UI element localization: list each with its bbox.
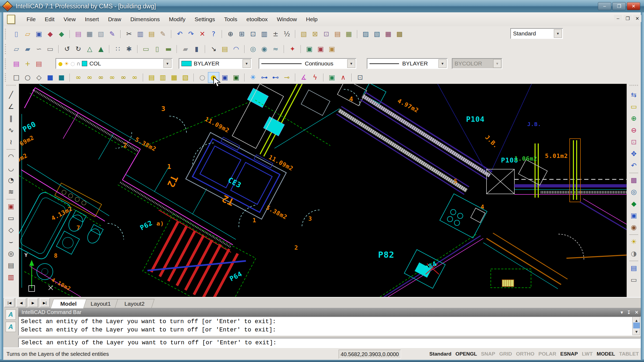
- draw-arc-3pt-icon[interactable]: ◡: [5, 162, 17, 174]
- minimize-button[interactable]: –: [598, 2, 611, 10]
- status-mode-opengl[interactable]: OPENGL: [455, 351, 477, 357]
- layer-walk-icon[interactable]: ▩: [628, 174, 640, 186]
- status-mode-lwt[interactable]: LWT: [582, 351, 592, 357]
- zoom-out-icon[interactable]: ⊖: [628, 124, 640, 136]
- stats-icon[interactable]: ▮: [191, 44, 202, 54]
- chevron-down-icon[interactable]: ▾: [554, 29, 562, 38]
- menu-item-edit[interactable]: Edit: [40, 14, 59, 24]
- match-angle-icon[interactable]: ∡: [298, 72, 309, 83]
- menu-item-view[interactable]: View: [59, 14, 80, 24]
- key-two-icon[interactable]: ⊷: [270, 72, 281, 83]
- layer-on-bulb-icon[interactable]: ●: [208, 72, 219, 83]
- draw-spline-icon[interactable]: ∿: [5, 124, 17, 136]
- tab-nav-0[interactable]: |◀: [4, 298, 14, 307]
- style-manager-icon[interactable]: ✎: [107, 29, 118, 39]
- mdi-restore-button[interactable]: ❐: [624, 15, 632, 22]
- scroll-down-icon[interactable]: ▼: [633, 328, 640, 335]
- break-icon[interactable]: ▭: [140, 44, 152, 54]
- toolbar-grip[interactable]: [5, 29, 9, 40]
- export-icon[interactable]: ◆: [56, 29, 67, 39]
- color-combo[interactable]: BYLAYER ▾: [179, 58, 252, 69]
- draw-arc-chord-icon[interactable]: ⌣: [5, 236, 17, 248]
- style-combo[interactable]: Standard ▾: [510, 28, 563, 39]
- maximize-button[interactable]: ❐: [612, 2, 626, 10]
- text-style-icon[interactable]: A: [6, 322, 16, 332]
- scale-percent-icon[interactable]: ½: [281, 29, 292, 39]
- toolbar-grip[interactable]: [630, 85, 638, 88]
- plot-style-icon[interactable]: ▤: [73, 29, 84, 39]
- menu-item-insert[interactable]: Insert: [80, 14, 104, 24]
- etrack-five-icon[interactable]: ▦: [343, 29, 354, 39]
- copy-icon[interactable]: ▥: [135, 29, 146, 39]
- layers-dialog-icon[interactable]: ▤: [11, 58, 22, 69]
- layer-new-icon[interactable]: +: [22, 58, 33, 69]
- link-two-icon[interactable]: ∞: [84, 72, 95, 83]
- key-three-icon[interactable]: ⊸: [281, 72, 292, 83]
- layer-unlock-icon[interactable]: ▣: [230, 72, 242, 83]
- command-scrollbar[interactable]: ▲ ▼: [632, 317, 640, 335]
- toolbar-grip[interactable]: [6, 85, 16, 88]
- key-one-icon[interactable]: ⊶: [259, 72, 270, 83]
- status-mode-tablet[interactable]: TABLET: [619, 351, 639, 357]
- erase-icon[interactable]: ▰: [180, 44, 191, 54]
- delete-icon[interactable]: ✕: [197, 29, 208, 39]
- menu-item-modify[interactable]: Modify: [164, 14, 190, 24]
- solid-cube-icon[interactable]: ■: [56, 72, 67, 83]
- viewport-two-icon[interactable]: ⊡: [247, 29, 259, 39]
- layer-combo[interactable]: ● ☀ ◌ ∩ COL ▾: [56, 58, 173, 69]
- menu-item-settings[interactable]: Settings: [190, 14, 219, 24]
- array-rect-icon[interactable]: ∷: [112, 44, 123, 54]
- link-one-icon[interactable]: ∞: [73, 72, 84, 83]
- help-icon[interactable]: ?: [208, 29, 219, 39]
- status-mode-polar[interactable]: POLAR: [539, 351, 557, 357]
- drawing-canvas[interactable]: P6069m20m2311.09m25.38m221CE311.09m2T2T2…: [19, 84, 627, 297]
- paste-icon[interactable]: ▤: [146, 29, 157, 39]
- sheet-two-icon[interactable]: ▧: [371, 29, 383, 39]
- chevron-down-icon[interactable]: ▾: [163, 59, 171, 68]
- mirror-icon[interactable]: △: [84, 44, 95, 54]
- command-input[interactable]: Select an entity of the Layer you want t…: [18, 338, 641, 348]
- poly-sphere-icon[interactable]: ○: [22, 72, 33, 83]
- close-button[interactable]: ✕: [627, 2, 640, 10]
- mirror-copy-icon[interactable]: ▲: [95, 44, 107, 54]
- text-style-icon[interactable]: A: [6, 309, 16, 320]
- match-properties-icon[interactable]: ✎: [157, 29, 169, 39]
- chevron-down-icon[interactable]: ▾: [243, 59, 251, 68]
- draw-freehand-icon[interactable]: ≀: [5, 136, 17, 148]
- pin-icon[interactable]: ↧: [627, 309, 631, 315]
- etrack-two-icon[interactable]: ⊠: [309, 29, 321, 39]
- menu-item-file[interactable]: File: [22, 14, 40, 24]
- chevron-down-icon[interactable]: ▾: [438, 59, 447, 68]
- zoom-window-icon[interactable]: ⊡: [628, 136, 640, 148]
- toolbar-grip[interactable]: [5, 73, 9, 82]
- camera-icon[interactable]: ◉: [628, 221, 640, 233]
- draw-rectangle-icon[interactable]: ▭: [5, 212, 17, 224]
- import-icon[interactable]: ◆: [45, 29, 56, 39]
- shade-icon[interactable]: ◆: [628, 198, 640, 210]
- viewport-three-icon[interactable]: ▥: [259, 29, 270, 39]
- etrack-four-icon[interactable]: ▤: [332, 29, 343, 39]
- tab-model[interactable]: Model: [50, 299, 86, 308]
- orbit-icon[interactable]: ◎: [628, 186, 640, 198]
- mdi-close-button[interactable]: ✕: [633, 15, 641, 22]
- scrollbar-thumb[interactable]: [633, 322, 640, 329]
- redo-icon[interactable]: ↷: [185, 29, 197, 39]
- status-mode-standard[interactable]: Standard: [429, 351, 451, 357]
- etrack-three-icon[interactable]: ⊡: [321, 29, 332, 39]
- link-six-icon[interactable]: ∞: [129, 72, 140, 83]
- layer-freeze-icon[interactable]: ✳: [247, 72, 259, 83]
- menu-item-tools[interactable]: Tools: [219, 14, 242, 24]
- button-edit-icon[interactable]: ▭: [628, 274, 640, 286]
- draw-donut-icon[interactable]: ◎: [5, 248, 17, 260]
- status-mode-esnap[interactable]: ESNAP: [560, 351, 578, 357]
- draw-multiline-icon[interactable]: ∥: [5, 113, 17, 124]
- link-four-icon[interactable]: ∞: [107, 72, 118, 83]
- tab-layout2[interactable]: Layout2: [115, 299, 155, 308]
- select-filter-icon[interactable]: ⊡: [354, 72, 366, 83]
- mdi-minimize-button[interactable]: –: [614, 15, 622, 22]
- menu-item-dimensions[interactable]: Dimensions: [126, 14, 164, 24]
- command-history[interactable]: Select an entity of the Layer you want t…: [18, 316, 641, 336]
- collapse-icon[interactable]: ▾: [621, 309, 623, 315]
- array-polar-icon[interactable]: ✱: [123, 44, 135, 54]
- zoom-extents-icon[interactable]: ⊕: [225, 29, 236, 39]
